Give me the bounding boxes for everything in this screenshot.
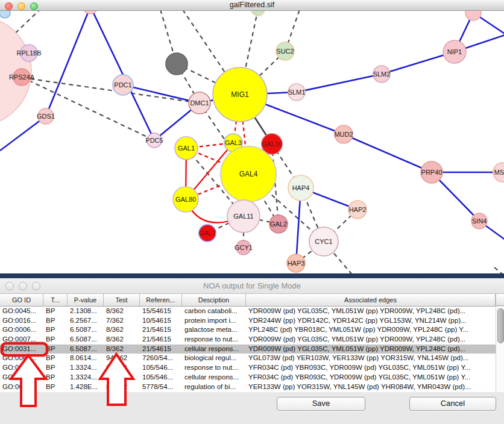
node-label-GDS1: GDS1 xyxy=(37,113,55,120)
network-window-title: galFiltered.sif xyxy=(230,1,274,9)
table-cell: 7260/54... xyxy=(140,354,182,363)
node-label-MUD2: MUD2 xyxy=(334,131,353,138)
table-cell: 105/546... xyxy=(140,373,182,382)
node-cutgreen[interactable] xyxy=(251,11,265,16)
table-cell: BP xyxy=(43,325,68,335)
column-header-1[interactable]: T... xyxy=(43,294,68,306)
table-cell: protein import i... xyxy=(182,316,246,326)
table-row[interactable]: GO:0006...BP6.5087...8/36221/54615galact… xyxy=(0,325,496,335)
table-cell: 11/362 xyxy=(104,373,140,382)
table-cell: GO:0050... xyxy=(0,382,43,392)
table-cell: GO:0031... xyxy=(0,344,43,354)
table-cell: 5778/54... xyxy=(140,382,182,392)
table-cell: 8/362 xyxy=(104,344,140,354)
table-cell: BP xyxy=(43,316,68,326)
table-row[interactable]: GO:0031...BP6.5087...8/36221/54615cellul… xyxy=(0,344,496,354)
table-cell: YGL073W (pd) YER103W, YER133W (pp) YOR31… xyxy=(246,354,496,363)
node-label-PDC1: PDC1 xyxy=(114,81,131,89)
vertical-scrollbar[interactable] xyxy=(496,307,504,392)
column-header-3[interactable]: Test xyxy=(104,294,140,306)
node-cutpink1[interactable] xyxy=(83,11,98,14)
table-cell: 94/362 xyxy=(104,354,140,363)
table-cell: GO:0007... xyxy=(0,335,43,344)
noa-window-title: NOA output for Single Mode xyxy=(203,281,301,290)
table-cell: response to nut... xyxy=(182,335,246,344)
save-button[interactable]: Save xyxy=(277,397,365,411)
node-label-SIN4: SIN4 xyxy=(472,217,487,225)
node-label-GAL11: GAL11 xyxy=(233,213,253,220)
node-label-DMC1: DMC1 xyxy=(190,99,209,107)
window-controls xyxy=(5,2,38,10)
table-cell: 21/54615 xyxy=(140,335,182,344)
node-label-GCY1: GCY1 xyxy=(235,244,253,251)
table-cell: 15/54615 xyxy=(140,307,182,316)
node-GRAY[interactable] xyxy=(166,53,187,75)
edge-blue xyxy=(0,116,46,151)
table-cell: YFR034C (pd) YBR093C, YDR009W (pd) YGL03… xyxy=(246,373,496,382)
table-cell: BP xyxy=(43,335,68,344)
network-canvas[interactable]: RPL18BRPS24AGDS1PDC1DMC1MIG1SUC2SLM1SLM2… xyxy=(0,11,504,273)
noa-output-window: NOA output for Single Mode GO IDT...P-va… xyxy=(0,278,504,424)
close-button[interactable] xyxy=(5,2,13,10)
node-cutblue[interactable] xyxy=(0,11,10,18)
table-cell: YDR009W (pd) YGL035C, YML051W (pp) YDR00… xyxy=(246,335,496,344)
table-cell: 6.5087... xyxy=(68,335,104,344)
column-header-5[interactable]: Desciption xyxy=(182,294,246,306)
close-button[interactable] xyxy=(5,282,14,290)
node-label-GAL80: GAL80 xyxy=(175,196,196,203)
node-label-CYC1: CYC1 xyxy=(315,238,332,245)
table-cell: cellular respons... xyxy=(182,373,246,382)
network-window: galFiltered.sif RPL18BRPS24AGDS1PDC1DMC1… xyxy=(0,0,504,278)
table-cell: YDR009W (pd) YGL035C, YML051W (pp) YDR00… xyxy=(246,307,496,316)
node-label-GAL10: GAL10 xyxy=(262,140,282,148)
table-cell: 1.3324... xyxy=(68,363,104,373)
minimize-button[interactable] xyxy=(17,2,25,10)
node-label-HAP2: HAP2 xyxy=(349,206,367,213)
table-header[interactable]: GO IDT...P-valueTestReferen...Desciption… xyxy=(0,294,496,307)
zoom-button[interactable] xyxy=(32,282,40,290)
node-label-HAP4: HAP4 xyxy=(292,184,310,192)
node-label-SLM2: SLM2 xyxy=(373,70,391,78)
table-cell: BP xyxy=(43,307,68,316)
table-cell: 6.2567... xyxy=(68,316,104,326)
column-header-4[interactable]: Referen... xyxy=(140,294,182,306)
table-cell: GO:0031... xyxy=(0,373,43,382)
table-cell: BP xyxy=(43,373,68,382)
table-cell: response to nut... xyxy=(182,363,246,373)
node-label-NIP1: NIP1 xyxy=(447,48,462,55)
table-cell: YDR009W (pd) YGL035C, YML051W (pp) YDR00… xyxy=(246,344,496,354)
table-cell: 6.5087... xyxy=(68,344,104,354)
table-cell: 105/546... xyxy=(140,363,182,373)
table-row[interactable]: GO:0065...BP8.0614...94/3627260/54...bio… xyxy=(0,354,496,363)
zoom-button[interactable] xyxy=(30,2,38,10)
minimize-button[interactable] xyxy=(19,282,27,290)
column-header-6[interactable]: Associated edges xyxy=(246,294,496,306)
table-body: GO:0045...BP2.1308...8/36215/54615carbon… xyxy=(0,307,496,392)
table-cell: 2.1308... xyxy=(68,307,104,316)
table-row[interactable]: GO:0045...BP2.1308...8/36215/54615carbon… xyxy=(0,307,496,316)
noa-window-titlebar[interactable]: NOA output for Single Mode xyxy=(0,278,504,294)
table-cell: carbon cataboli... xyxy=(182,307,246,316)
scrollbar-thumb[interactable] xyxy=(497,308,504,343)
network-window-titlebar[interactable]: galFiltered.sif xyxy=(0,0,504,11)
node-cutpinktr[interactable] xyxy=(465,11,481,20)
cancel-button[interactable]: Cancel xyxy=(409,397,496,411)
edge-blue xyxy=(46,11,90,116)
table-cell: 1.3324... xyxy=(68,373,104,382)
table-cell: 1.428E... xyxy=(68,382,104,392)
node-label-PDC5: PDC5 xyxy=(145,137,163,144)
table-row[interactable]: GO:0031...BP1.3324...11/362105/546...res… xyxy=(0,363,496,373)
node-label-MIG1: MIG1 xyxy=(231,90,249,99)
table-row[interactable]: GO:0031...BP1.3324...11/362105/546...cel… xyxy=(0,373,496,382)
table-row[interactable]: GO:0016...BP6.2567...7/36210/54615protei… xyxy=(0,316,496,326)
column-header-2[interactable]: P-value xyxy=(68,294,104,306)
edge-dash xyxy=(494,267,504,273)
node-label-HAP3: HAP3 xyxy=(288,260,305,267)
node-label-GAL3: GAL3 xyxy=(225,139,242,146)
table-cell: GO:0065... xyxy=(0,354,43,363)
table-cell: 8/362 xyxy=(104,335,140,344)
column-header-0[interactable]: GO ID xyxy=(0,294,43,306)
table-row[interactable]: GO:0007...BP6.5087...8/36221/54615respon… xyxy=(0,335,496,344)
node-label-GAL4: GAL4 xyxy=(239,170,258,178)
table-row[interactable]: GO:0050...BP1.428E...80/3625778/54...reg… xyxy=(0,382,496,392)
